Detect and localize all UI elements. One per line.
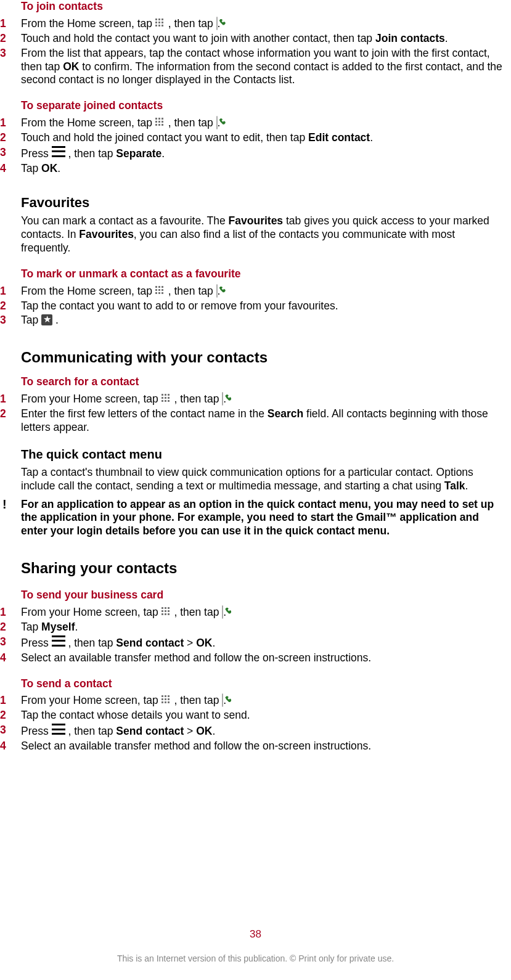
step-row: 1 From the Home screen, tap , then tap . [0, 17, 511, 31]
apps-grid-icon [161, 394, 171, 404]
svg-rect-30 [161, 397, 163, 399]
step-row: 1 From the Home screen, tap , then tap . [0, 285, 511, 298]
menu-icon [52, 635, 65, 647]
svg-rect-44 [168, 613, 170, 615]
step-row: 3 From the list that appears, tap the co… [0, 47, 511, 88]
step-text: Select an available transfer method and … [21, 740, 511, 753]
step-row: 2 Enter the first few letters of the con… [0, 407, 511, 435]
heading-communicating: Communicating with your contacts [21, 348, 499, 367]
section-search-contact: To search for a contact 1 From your Home… [0, 375, 511, 435]
star-icon [41, 314, 52, 325]
step-text-fragment: . [223, 694, 226, 706]
step-number: 2 [0, 131, 21, 145]
step-text-fragment: Press [21, 725, 52, 737]
step-text: Select an available transfer method and … [21, 651, 511, 665]
heading-sharing: Sharing your contacts [21, 559, 499, 578]
svg-rect-26 [161, 292, 163, 294]
svg-rect-20 [161, 286, 163, 288]
step-text-fragment: > [184, 725, 196, 737]
apps-grid-icon [161, 607, 171, 617]
step-text-fragment: , then tap [168, 285, 216, 297]
heading-send-business-card: To send your business card [21, 589, 499, 602]
apps-grid-icon [155, 118, 165, 128]
svg-rect-36 [161, 607, 163, 609]
step-number: 4 [0, 162, 21, 176]
svg-rect-46 [165, 695, 166, 697]
svg-rect-51 [161, 701, 163, 703]
step-text-fragment: From your Home screen, tap [21, 694, 161, 706]
apps-grid-icon [161, 695, 171, 705]
step-number: 3 [0, 314, 21, 327]
svg-rect-48 [161, 698, 163, 700]
step-text-fragment: , then tap [68, 637, 116, 649]
svg-rect-25 [158, 292, 160, 294]
apps-grid-icon [155, 286, 165, 296]
step-text: From the Home screen, tap , then tap . [21, 17, 511, 31]
svg-rect-12 [155, 121, 157, 123]
svg-rect-9 [155, 118, 157, 120]
svg-rect-11 [161, 118, 163, 120]
step-text-fragment: Tap [21, 162, 41, 174]
step-text: Press , then tap Send contact > OK. [21, 635, 511, 650]
svg-rect-15 [155, 124, 157, 126]
step-text-fragment: , then tap [68, 147, 116, 160]
svg-rect-2 [161, 18, 163, 20]
svg-rect-19 [158, 286, 160, 288]
svg-rect-0 [155, 18, 157, 20]
svg-rect-47 [168, 695, 170, 697]
svg-rect-32 [168, 397, 170, 399]
step-text: Enter the first few letters of the conta… [21, 407, 511, 435]
step-number: 1 [0, 17, 21, 31]
svg-rect-34 [165, 400, 166, 402]
step-text-bold: Send contact [116, 725, 184, 737]
step-text: From your Home screen, tap , then tap . [21, 694, 511, 708]
step-text-fragment: . [218, 116, 221, 129]
step-number: 4 [0, 651, 21, 665]
step-text-fragment: . [212, 725, 215, 737]
step-text-fragment: . [218, 285, 221, 297]
step-text-bold: Join contacts [375, 32, 445, 44]
step-text-fragment: Touch and hold the joined contact you wa… [21, 131, 308, 144]
step-row: 2 Touch and hold the joined contact you … [0, 131, 511, 145]
step-text: Tap the contact you want to add to or re… [21, 300, 511, 313]
step-row: 1 From your Home screen, tap , then tap … [0, 393, 511, 406]
svg-rect-24 [155, 292, 157, 294]
para-text-bold: Favourites [229, 214, 284, 227]
phone-icon [222, 605, 223, 619]
step-row: 1 From the Home screen, tap , then tap . [0, 116, 511, 130]
para-text-fragment: You can mark a contact as a favourite. T… [21, 214, 229, 227]
step-row: 2 Tap the contact you want to add to or … [0, 300, 511, 313]
svg-rect-23 [161, 289, 163, 291]
step-number: 1 [0, 694, 21, 708]
step-text-fragment: . [57, 162, 60, 174]
svg-rect-4 [158, 22, 160, 23]
step-text: Press , then tap Separate. [21, 146, 511, 161]
step-number: 1 [0, 285, 21, 298]
step-text-bold: OK [196, 725, 212, 737]
step-text-fragment: From your Home screen, tap [21, 606, 161, 618]
svg-rect-43 [165, 613, 166, 615]
step-row: 2 Tap Myself. [0, 621, 511, 634]
phone-icon [222, 693, 223, 707]
step-number: 4 [0, 740, 21, 753]
para-text-fragment: . [465, 480, 468, 492]
svg-rect-14 [161, 121, 163, 123]
svg-rect-31 [165, 397, 166, 399]
step-text-fragment: . [161, 147, 165, 160]
section-mark-favourite: To mark or unmark a contact as a favouri… [0, 267, 511, 328]
step-text-fragment: , then tap [168, 116, 216, 129]
step-row: 4 Tap OK. [0, 162, 511, 176]
step-row: 3 Press , then tap Separate. [0, 146, 511, 161]
step-number: 2 [0, 621, 21, 634]
step-row: 2 Tap the contact whose details you want… [0, 709, 511, 722]
step-text: Tap Myself. [21, 621, 511, 634]
svg-rect-22 [158, 289, 160, 291]
step-text: From the Home screen, tap , then tap . [21, 285, 511, 298]
section-separate-contacts: To separate joined contacts 1 From the H… [0, 99, 511, 175]
heading-quick-contact: The quick contact menu [21, 447, 499, 462]
svg-rect-39 [161, 610, 163, 612]
important-icon: ! [0, 498, 21, 510]
step-number: 2 [0, 407, 21, 421]
step-text-fragment: to confirm. The information from the sec… [21, 60, 502, 86]
svg-rect-38 [168, 607, 170, 609]
